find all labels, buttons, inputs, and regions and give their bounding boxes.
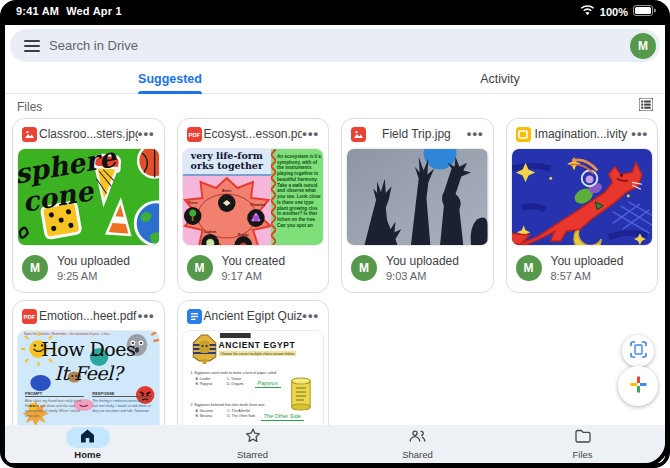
- uploader-avatar: M: [22, 255, 48, 281]
- uploader-avatar: M: [187, 255, 213, 281]
- egypt-q1: 1. Egyptians used reeds to make a form o…: [191, 371, 316, 375]
- egypt-q1-option-c: C. Tissue: [227, 377, 242, 381]
- nav-files-label: Files: [572, 449, 592, 460]
- scan-button[interactable]: [622, 335, 654, 367]
- more-options-icon[interactable]: •••: [467, 129, 484, 139]
- file-time: 8:57 AM: [551, 270, 624, 282]
- tab-suggested-label: Suggested: [138, 72, 202, 86]
- eco-heading: very life-form orks together: [183, 149, 272, 176]
- nav-home-label: Home: [74, 449, 100, 460]
- tab-activity[interactable]: Activity: [335, 67, 665, 93]
- list-view-icon[interactable]: [639, 97, 653, 115]
- scan-document-icon: [630, 341, 647, 362]
- emotion-response-label: RESPONSE: [92, 391, 151, 397]
- pdf-file-icon: PDF: [22, 309, 37, 324]
- file-action: You uploaded: [57, 254, 130, 268]
- image-file-icon: [351, 127, 366, 142]
- svg-text:PDF: PDF: [188, 132, 200, 138]
- more-options-icon[interactable]: •••: [631, 129, 648, 139]
- bottom-navigation: Home Starred Shared: [5, 425, 665, 463]
- menu-icon[interactable]: [24, 37, 40, 55]
- more-options-icon[interactable]: •••: [302, 129, 319, 139]
- eco-label-lichen: Lichen: [203, 229, 216, 234]
- file-card-ecosystem-lesson[interactable]: PDF Ecosyst...esson.pdf ••• very life-fo…: [177, 118, 330, 293]
- search-bar[interactable]: Search in Drive M: [10, 29, 660, 62]
- search-input[interactable]: Search in Drive: [49, 38, 138, 53]
- create-new-button[interactable]: [618, 366, 658, 406]
- egypt-answer-2: The Other Side: [261, 413, 304, 421]
- egypt-q1-option-b: B. Papyrus: [196, 382, 213, 386]
- pdf-file-icon: PDF: [187, 127, 202, 142]
- nav-home-pill: [66, 427, 110, 448]
- nav-starred-label: Starred: [237, 449, 268, 460]
- file-title: Emotion...heet.pdf: [37, 309, 138, 323]
- tab-activity-label: Activity: [480, 72, 520, 86]
- egypt-q2-option-d: D. The Other Side: [227, 414, 255, 418]
- battery-percent: 100%: [600, 6, 628, 18]
- emotion-response-text: The feeling is embarrassment that is sad…: [92, 399, 151, 414]
- image-file-icon: [22, 127, 37, 142]
- egypt-q2-option-c: C. The Afterlife: [227, 409, 250, 413]
- file-thumbnail: very life-form orks together Bees Flower…: [182, 148, 325, 246]
- egypt-title: ANCIENT EGYPT: [219, 340, 296, 350]
- nav-shared-label: Shared: [402, 449, 433, 460]
- egypt-q2: 2. Egyptians believed that after death t…: [191, 403, 316, 407]
- file-title: Ecosyst...esson.pdf: [202, 127, 303, 141]
- egypt-q2-option-a: A. Vacation: [196, 409, 214, 413]
- uploader-avatar: M: [516, 255, 542, 281]
- file-time: 9:03 AM: [386, 270, 459, 282]
- file-card-classroom-posters[interactable]: Classroo...sters.jpg •••: [12, 118, 165, 293]
- suggested-files-grid: Classroo...sters.jpg •••: [12, 118, 658, 463]
- more-options-icon[interactable]: •••: [138, 311, 155, 321]
- file-action: You uploaded: [551, 254, 624, 268]
- app-screen: Search in Drive M Suggested Activity Fil…: [5, 25, 665, 463]
- file-thumbnail: [511, 148, 654, 246]
- nav-files[interactable]: Files: [500, 425, 665, 463]
- file-card-field-trip[interactable]: Field Trip.jpg •••: [341, 118, 494, 293]
- more-options-icon[interactable]: •••: [302, 311, 319, 321]
- account-avatar[interactable]: M: [630, 33, 656, 59]
- eco-label-bees: Bees: [222, 188, 232, 193]
- slides-file-icon: [516, 127, 531, 142]
- eco-label-trees: Trees: [187, 200, 198, 205]
- nav-starred-pill: [231, 427, 275, 448]
- status-time-date: 9:41 AMWed Apr 1: [16, 5, 122, 17]
- status-date: Wed Apr 1: [66, 5, 122, 17]
- docs-file-icon: [187, 309, 202, 324]
- egypt-q2-option-b: B. Nirvana: [196, 414, 212, 418]
- file-title: Imagination...ivity: [531, 127, 632, 141]
- file-card-imagination-activity[interactable]: Imagination...ivity •••: [506, 118, 659, 293]
- uploader-avatar: M: [351, 255, 377, 281]
- file-title: Classroo...sters.jpg: [37, 127, 138, 141]
- file-action: You created: [222, 254, 286, 268]
- multicolor-plus-icon: [629, 375, 648, 398]
- tablet-frame: 9:41 AMWed Apr 1 100% Search in Drive M …: [0, 0, 670, 468]
- file-action: You uploaded: [386, 254, 459, 268]
- nav-shared[interactable]: Shared: [335, 425, 500, 463]
- nav-home[interactable]: Home: [5, 425, 170, 463]
- egypt-answer-1: Papyrus: [255, 380, 281, 388]
- file-thumbnail: sphere cone: [17, 148, 160, 246]
- file-time: 9:25 AM: [57, 270, 130, 282]
- egypt-q1-option-a: A. Leaflet: [196, 377, 211, 381]
- battery-icon: [633, 5, 656, 18]
- file-time: 9:17 AM: [222, 270, 286, 282]
- emotion-prompt-text: After class, my friend was really quiet.…: [25, 399, 84, 419]
- file-thumbnail: [346, 148, 489, 246]
- nav-shared-pill: [396, 427, 440, 448]
- files-section-title: Files: [17, 100, 42, 114]
- tab-suggested[interactable]: Suggested: [5, 67, 335, 93]
- more-options-icon[interactable]: •••: [138, 129, 155, 139]
- wifi-icon: [580, 5, 595, 18]
- file-title: Ancient Egipt Quiz: [202, 309, 303, 323]
- egypt-subtitle: Choose the correct multiple choice answe…: [219, 351, 297, 356]
- emotion-title-line1: How Does: [18, 340, 159, 359]
- egypt-q1-option-d: D. Origami: [227, 382, 244, 386]
- eco-label-flowers: Flowers: [250, 202, 265, 207]
- emotion-prompt-label: PROMPT: [25, 391, 84, 397]
- eco-paragraph: An ecosystem is li a symphony, with of t…: [277, 154, 321, 229]
- folder-icon: [575, 429, 591, 447]
- nav-starred[interactable]: Starred: [170, 425, 335, 463]
- shared-people-icon: [409, 429, 426, 447]
- file-title: Field Trip.jpg: [366, 127, 467, 141]
